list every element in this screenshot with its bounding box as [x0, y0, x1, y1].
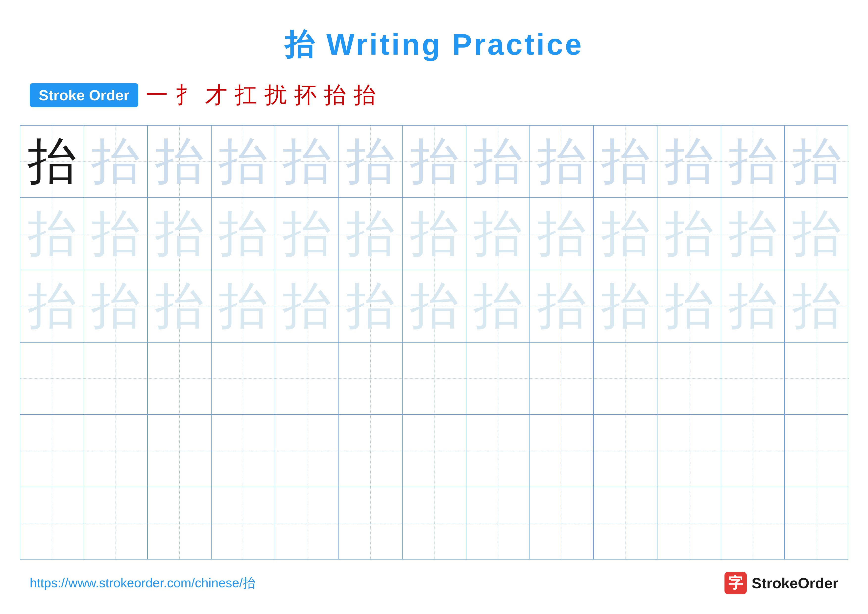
cell-r4-c2[interactable] [84, 342, 148, 414]
cell-r3-c5[interactable]: 抬 [275, 270, 339, 342]
cell-r1-c3[interactable]: 抬 [148, 126, 212, 197]
cell-r4-c11[interactable] [657, 342, 721, 414]
stroke-seq-2: 扌 [175, 80, 198, 110]
cell-r4-c4[interactable] [212, 342, 275, 414]
cell-r3-c11[interactable]: 抬 [657, 270, 721, 342]
cell-r5-c1[interactable] [20, 415, 84, 487]
cell-r5-c12[interactable] [721, 415, 785, 487]
grid-row-6 [20, 487, 848, 559]
cell-r5-c8[interactable] [467, 415, 530, 487]
grid-row-3: 抬 抬 抬 抬 抬 抬 抬 抬 抬 抬 抬 抬 抬 [20, 270, 848, 342]
cell-r6-c7[interactable] [403, 487, 467, 559]
cell-r6-c11[interactable] [657, 487, 721, 559]
cell-r2-c13[interactable]: 抬 [785, 198, 849, 270]
cell-r6-c2[interactable] [84, 487, 148, 559]
cell-r3-c3[interactable]: 抬 [148, 270, 212, 342]
grid-row-2: 抬 抬 抬 抬 抬 抬 抬 抬 抬 抬 抬 抬 抬 [20, 198, 848, 270]
cell-r6-c13[interactable] [785, 487, 849, 559]
grid-row-4 [20, 342, 848, 415]
cell-r2-c8[interactable]: 抬 [467, 198, 530, 270]
footer-url: https://www.strokeorder.com/chinese/抬 [30, 574, 256, 592]
cell-r1-c7[interactable]: 抬 [403, 126, 467, 197]
cell-r4-c5[interactable] [275, 342, 339, 414]
cell-r5-c2[interactable] [84, 415, 148, 487]
cell-r2-c11[interactable]: 抬 [657, 198, 721, 270]
cell-r5-c10[interactable] [594, 415, 658, 487]
cell-r3-c13[interactable]: 抬 [785, 270, 849, 342]
cell-r6-c1[interactable] [20, 487, 84, 559]
cell-r4-c10[interactable] [594, 342, 658, 414]
cell-r3-c6[interactable]: 抬 [339, 270, 403, 342]
cell-r1-c9[interactable]: 抬 [530, 126, 594, 197]
cell-r4-c1[interactable] [20, 342, 84, 414]
char-solid: 抬 [27, 137, 77, 186]
cell-r1-c13[interactable]: 抬 [785, 126, 849, 197]
cell-r2-c5[interactable]: 抬 [275, 198, 339, 270]
cell-r6-c4[interactable] [212, 487, 275, 559]
page-title: 抬 Writing Practice [0, 0, 868, 65]
footer: https://www.strokeorder.com/chinese/抬 字 … [0, 572, 868, 594]
stroke-seq-1: 一 [146, 80, 168, 110]
cell-r2-c6[interactable]: 抬 [339, 198, 403, 270]
cell-r1-c1[interactable]: 抬 [20, 126, 84, 197]
cell-r2-c3[interactable]: 抬 [148, 198, 212, 270]
stroke-seq-3: 才 [205, 80, 227, 110]
grid-row-1: 抬 抬 抬 抬 抬 抬 抬 抬 抬 抬 抬 抬 抬 [20, 126, 848, 198]
footer-logo-icon: 字 [724, 572, 747, 594]
cell-r5-c5[interactable] [275, 415, 339, 487]
practice-grid: 抬 抬 抬 抬 抬 抬 抬 抬 抬 抬 抬 抬 抬 抬 抬 抬 抬 抬 抬 抬 … [20, 125, 848, 560]
cell-r4-c3[interactable] [148, 342, 212, 414]
stroke-seq-5: 扰 [265, 80, 287, 110]
cell-r2-c4[interactable]: 抬 [212, 198, 275, 270]
cell-r5-c13[interactable] [785, 415, 849, 487]
grid-row-5 [20, 415, 848, 487]
stroke-seq-7: 抬 [324, 80, 346, 110]
cell-r1-c2[interactable]: 抬 [84, 126, 148, 197]
cell-r1-c5[interactable]: 抬 [275, 126, 339, 197]
cell-r3-c8[interactable]: 抬 [467, 270, 530, 342]
cell-r3-c2[interactable]: 抬 [84, 270, 148, 342]
cell-r4-c13[interactable] [785, 342, 849, 414]
cell-r6-c5[interactable] [275, 487, 339, 559]
cell-r2-c7[interactable]: 抬 [403, 198, 467, 270]
cell-r1-c6[interactable]: 抬 [339, 126, 403, 197]
cell-r6-c3[interactable] [148, 487, 212, 559]
cell-r1-c10[interactable]: 抬 [594, 126, 658, 197]
cell-r5-c7[interactable] [403, 415, 467, 487]
cell-r4-c12[interactable] [721, 342, 785, 414]
cell-r5-c6[interactable] [339, 415, 403, 487]
cell-r5-c3[interactable] [148, 415, 212, 487]
cell-r3-c1[interactable]: 抬 [20, 270, 84, 342]
cell-r2-c12[interactable]: 抬 [721, 198, 785, 270]
cell-r5-c4[interactable] [212, 415, 275, 487]
cell-r6-c6[interactable] [339, 487, 403, 559]
cell-r5-c11[interactable] [657, 415, 721, 487]
cell-r3-c9[interactable]: 抬 [530, 270, 594, 342]
cell-r3-c12[interactable]: 抬 [721, 270, 785, 342]
cell-r6-c10[interactable] [594, 487, 658, 559]
cell-r2-c1[interactable]: 抬 [20, 198, 84, 270]
cell-r6-c8[interactable] [467, 487, 530, 559]
cell-r1-c11[interactable]: 抬 [657, 126, 721, 197]
cell-r6-c12[interactable] [721, 487, 785, 559]
cell-r3-c10[interactable]: 抬 [594, 270, 658, 342]
cell-r1-c12[interactable]: 抬 [721, 126, 785, 197]
cell-r4-c6[interactable] [339, 342, 403, 414]
stroke-seq-4: 扛 [235, 80, 257, 110]
cell-r2-c9[interactable]: 抬 [530, 198, 594, 270]
footer-brand: 字 StrokeOrder [724, 572, 838, 594]
cell-r5-c9[interactable] [530, 415, 594, 487]
stroke-seq-8: 抬 [353, 80, 376, 110]
cell-r4-c7[interactable] [403, 342, 467, 414]
cell-r3-c7[interactable]: 抬 [403, 270, 467, 342]
cell-r3-c4[interactable]: 抬 [212, 270, 275, 342]
stroke-seq-6: 抔 [294, 80, 316, 110]
stroke-order-badge: Stroke Order [30, 83, 138, 107]
cell-r2-c10[interactable]: 抬 [594, 198, 658, 270]
cell-r2-c2[interactable]: 抬 [84, 198, 148, 270]
cell-r1-c8[interactable]: 抬 [467, 126, 530, 197]
cell-r4-c8[interactable] [467, 342, 530, 414]
cell-r1-c4[interactable]: 抬 [212, 126, 275, 197]
cell-r4-c9[interactable] [530, 342, 594, 414]
cell-r6-c9[interactable] [530, 487, 594, 559]
